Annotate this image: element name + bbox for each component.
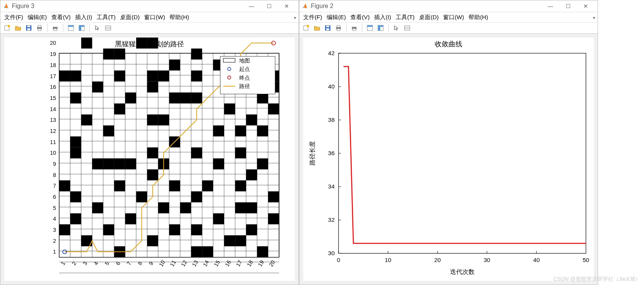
properties-icon[interactable] (104, 23, 113, 33)
svg-rect-89 (268, 213, 279, 224)
svg-rect-66 (125, 158, 136, 169)
svg-text:5: 5 (104, 260, 110, 266)
menu-help[interactable]: 帮助(H) (169, 14, 189, 21)
titlebar[interactable]: Figure 2 — ☐ ✕ (299, 0, 598, 12)
close-button[interactable]: ✕ (278, 0, 296, 12)
svg-text:18: 18 (50, 62, 56, 68)
svg-text:0: 0 (337, 257, 340, 263)
menu-view[interactable]: 查看(V) (350, 14, 370, 21)
new-figure-icon[interactable] (302, 23, 311, 33)
svg-text:15: 15 (213, 259, 221, 268)
toolbar (299, 22, 598, 34)
svg-rect-101 (202, 246, 213, 257)
figure-window-2: Figure 2 — ☐ ✕ 文件(F) 编辑(E) 查看(V) 插入(I) 工… (299, 0, 598, 285)
grid-path-chart[interactable]: 黑猩猩算法规划的路径123456789101112131415161718192… (4, 38, 295, 281)
chevron-right-icon[interactable]: ▸ (294, 15, 296, 20)
svg-rect-208 (367, 25, 373, 27)
svg-text:4: 4 (93, 260, 100, 266)
svg-rect-206 (353, 29, 356, 31)
menu-window[interactable]: 窗口(W) (443, 14, 464, 21)
svg-rect-4 (27, 26, 30, 27)
svg-rect-54 (213, 125, 224, 136)
print-icon[interactable] (334, 23, 343, 33)
new-figure-icon[interactable] (3, 23, 12, 33)
menu-tools[interactable]: 工具(T) (97, 14, 115, 21)
menu-edit[interactable]: 编辑(E) (28, 14, 47, 21)
maximize-button[interactable]: ☐ (559, 0, 577, 12)
maximize-button[interactable]: ☐ (260, 0, 278, 12)
svg-text:10: 10 (50, 150, 56, 156)
svg-text:11: 11 (169, 259, 177, 268)
open-icon[interactable] (13, 23, 23, 33)
svg-rect-11 (68, 25, 74, 27)
layout-2-icon[interactable] (376, 23, 385, 33)
print-preview-icon[interactable] (350, 23, 359, 33)
open-icon[interactable] (312, 23, 322, 33)
svg-rect-88 (213, 213, 224, 224)
svg-rect-24 (191, 49, 202, 60)
svg-text:20: 20 (434, 257, 441, 263)
layout-2-icon[interactable] (77, 23, 86, 33)
menu-file[interactable]: 文件(F) (303, 14, 322, 21)
svg-rect-97 (224, 235, 235, 246)
menu-tools[interactable]: 工具(T) (396, 14, 414, 21)
svg-rect-62 (235, 147, 246, 159)
svg-text:迭代次数: 迭代次数 (450, 268, 475, 275)
svg-text:3: 3 (82, 260, 89, 266)
svg-rect-56 (257, 125, 268, 136)
svg-text:1: 1 (53, 249, 56, 255)
figure-window-3: Figure 3 — ☐ ✕ 文件(F) 编辑(E) 查看(V) 插入(I) 工… (0, 0, 299, 285)
print-preview-icon[interactable] (51, 23, 60, 33)
save-icon[interactable] (24, 23, 33, 33)
pointer-icon[interactable] (93, 23, 102, 33)
menu-view[interactable]: 查看(V) (51, 14, 71, 21)
svg-text:40: 40 (328, 83, 335, 90)
layout-1-icon[interactable] (66, 23, 76, 33)
svg-rect-31 (147, 70, 158, 82)
svg-rect-84 (235, 202, 246, 213)
svg-text:42: 42 (328, 50, 335, 56)
svg-rect-70 (147, 169, 158, 180)
svg-rect-80 (268, 191, 279, 202)
svg-rect-216 (338, 53, 586, 253)
titlebar[interactable]: Figure 3 — ☐ ✕ (0, 0, 299, 12)
svg-text:13: 13 (191, 259, 199, 268)
save-icon[interactable] (323, 23, 332, 33)
svg-text:20: 20 (50, 40, 56, 46)
print-icon[interactable] (35, 23, 44, 33)
menu-help[interactable]: 帮助(H) (468, 14, 488, 21)
layout-1-icon[interactable] (365, 23, 375, 33)
svg-text:4: 4 (53, 216, 56, 222)
svg-text:10: 10 (158, 259, 166, 268)
svg-rect-93 (191, 224, 202, 235)
menu-insert[interactable]: 插入(I) (374, 14, 391, 21)
svg-text:30: 30 (484, 257, 490, 263)
svg-rect-37 (147, 82, 158, 93)
properties-icon[interactable] (402, 23, 412, 33)
menu-file[interactable]: 文件(F) (4, 14, 23, 21)
menu-edit[interactable]: 编辑(E) (327, 14, 346, 21)
svg-rect-74 (169, 180, 180, 192)
svg-text:38: 38 (328, 116, 335, 123)
minimize-button[interactable]: — (542, 0, 559, 12)
svg-text:6: 6 (115, 260, 122, 266)
svg-rect-57 (70, 136, 81, 147)
pointer-icon[interactable] (392, 23, 401, 33)
svg-text:地图: 地图 (239, 57, 250, 63)
svg-text:9: 9 (148, 260, 154, 266)
svg-rect-69 (257, 158, 268, 169)
menu-insert[interactable]: 插入(I) (75, 14, 92, 21)
close-button[interactable]: ✕ (577, 0, 595, 12)
svg-rect-30 (114, 70, 125, 82)
svg-rect-189 (223, 58, 235, 62)
svg-text:13: 13 (50, 117, 56, 123)
chevron-right-icon[interactable]: ▸ (593, 15, 595, 20)
menu-desktop[interactable]: 桌面(D) (120, 14, 140, 21)
svg-rect-21 (147, 38, 158, 49)
menu-desktop[interactable]: 桌面(D) (419, 14, 439, 21)
menu-window[interactable]: 窗口(W) (144, 14, 165, 21)
convergence-chart[interactable]: 收敛曲线0102030405030323436384042迭代次数路径长度 (303, 38, 594, 281)
svg-text:32: 32 (328, 216, 335, 223)
matlab-icon (302, 3, 309, 9)
minimize-button[interactable]: — (243, 0, 260, 12)
